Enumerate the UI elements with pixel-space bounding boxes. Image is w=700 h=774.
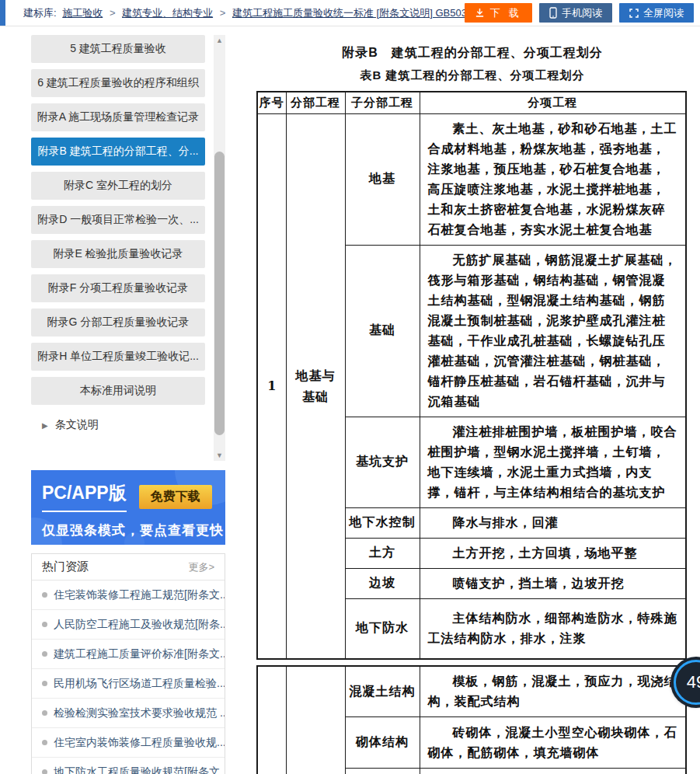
bullet-icon	[42, 681, 47, 686]
row-number-cell	[257, 666, 286, 774]
document-viewer: 附录B 建筑工程的分部工程、分项工程划分 表B 建筑工程的分部工程、分项工程划分…	[256, 35, 688, 774]
sidebar-item-label: 条文说明	[55, 418, 99, 432]
hot-item-label: 人民防空工程施工及验收规范[附条...	[54, 618, 225, 632]
breadcrumb: 建标库: 施工验收 > 建筑专业、结构专业 > 建筑工程施工质量验收统一标准 […	[23, 6, 465, 20]
hot-item-label: 建筑工程施工质量评价标准[附条文...	[54, 647, 225, 661]
division-table-page1: 序号 分部工程 子分部工程 分项工程 1 地基与基础 地基 素土、灰土地基，砂和…	[256, 91, 687, 660]
phone-icon	[549, 7, 557, 19]
hot-resource-item[interactable]: 检验检测实验室技术要求验收规范 ...	[32, 699, 225, 728]
fullscreen-read-label: 全屏阅读	[643, 6, 684, 20]
sidebar-item-explanations[interactable]: ▶ 条文说明	[31, 411, 205, 439]
banner-subtitle: 仅显强条模式，要点查看更快	[42, 521, 225, 539]
bullet-icon	[42, 740, 47, 745]
mobile-read-button[interactable]: 手机阅读	[539, 3, 612, 23]
sidebar-item-appendix-g[interactable]: 附录G 分部工程质量验收记录	[31, 309, 205, 336]
items-cell: 降水与排水，回灌	[420, 507, 686, 538]
breadcrumb-link-1[interactable]: 施工验收	[62, 7, 103, 19]
download-button[interactable]: 下 载	[465, 3, 532, 23]
app-promo-banner[interactable]: PC/APP版 免费下载 仅显强条模式，要点查看更快	[31, 470, 225, 545]
items-cell: 钢结构焊接，紧固件连接，钢零部件加工，钢构件组装及预拼装，单层钢结构安装，多层及…	[420, 769, 686, 774]
bullet-icon	[42, 710, 47, 716]
toolbar-buttons: 下 载 手机阅读 全屏阅读	[465, 3, 694, 23]
items-cell: 主体结构防水，细部构造防水，特殊施工法结构防水，排水，注浆	[420, 598, 686, 659]
items-cell: 砖砌体，混凝土小型空心砌块砌体，石砌体，配筋砌体，填充墙砌体	[420, 717, 686, 769]
hot-item-label: 民用机场飞行区场道工程质量检验...	[54, 677, 225, 691]
sidebar-item-appendix-b[interactable]: 附录B 建筑工程的分部工程、分...	[31, 138, 205, 166]
page-number-label: 49	[687, 672, 700, 692]
sidebar-item-appendix-d[interactable]: 附录D 一般项目正常检验一次、...	[31, 206, 205, 234]
division-cell	[286, 666, 345, 774]
table-row: 混凝土结构 模板，钢筋，混凝土，预应力，现浇结构，装配式结构	[257, 666, 686, 717]
sidebar-item-appendix-c[interactable]: 附录C 室外工程的划分	[31, 172, 205, 200]
bullet-icon	[42, 769, 47, 774]
subdivision-cell: 基坑支护	[345, 417, 420, 507]
scroll-down-icon[interactable]: ▼	[214, 450, 225, 461]
sidebar-scrollbar[interactable]: ▲ ▼	[214, 35, 225, 461]
hot-resource-item[interactable]: 住宅室内装饰装修工程质量验收规...	[32, 728, 225, 758]
sidebar-item-appendix-a[interactable]: 附录A 施工现场质量管理检查记录	[31, 103, 205, 131]
col-header-items: 分项工程	[420, 92, 686, 113]
hot-item-label: 住宅装饰装修工程施工规范[附条文...	[54, 588, 225, 602]
subdivision-cell: 混凝土结构	[345, 666, 420, 717]
sidebar-item-ch5[interactable]: 5 建筑工程质量验收	[31, 35, 205, 63]
division-table-page2: 混凝土结构 模板，钢筋，混凝土，预应力，现浇结构，装配式结构 砌体结构 砖砌体，…	[256, 665, 687, 774]
fullscreen-icon	[629, 9, 639, 18]
subdivision-cell: 钢结构	[345, 769, 420, 774]
hot-resource-item[interactable]: 住宅装饰装修工程施工规范[附条文...	[32, 580, 225, 610]
items-cell: 灌注桩排桩围护墙，板桩围护墙，咬合桩围护墙，型钢水泥土搅拌墙，土钉墙，地下连续墙…	[420, 417, 686, 507]
items-cell: 素土、灰土地基，砂和砂石地基，土工合成材料地基，粉煤灰地基，强夯地基，注浆地基，…	[420, 113, 686, 245]
subdivision-cell: 砌体结构	[345, 717, 420, 769]
site-label: 建标库:	[23, 7, 57, 19]
subdivision-cell: 地下防水	[345, 598, 420, 659]
scroll-up-icon[interactable]: ▲	[214, 35, 225, 46]
division-label: 地基与基础	[294, 365, 336, 407]
fullscreen-read-button[interactable]: 全屏阅读	[619, 3, 694, 23]
hot-resource-item[interactable]: 民用机场飞行区场道工程质量检验...	[32, 669, 225, 699]
mobile-read-label: 手机阅读	[562, 6, 602, 20]
breadcrumb-link-2[interactable]: 建筑专业、结构专业	[122, 7, 213, 19]
col-header-division: 分部工程	[286, 92, 345, 113]
hot-resources-panel: 热门资源 更多> 住宅装饰装修工程施工规范[附条文... 人民防空工程施工及验收…	[31, 553, 225, 774]
bullet-icon	[42, 622, 47, 627]
scrollbar-thumb[interactable]	[214, 152, 225, 435]
hot-item-label: 地下防水工程质量验收规范[附条文...	[54, 765, 225, 774]
top-toolbar: 建标库: 施工验收 > 建筑专业、结构专业 > 建筑工程施工质量验收统一标准 […	[0, 0, 700, 26]
items-cell: 喷锚支护，挡土墙，边坡开挖	[420, 568, 686, 598]
table-row: 1 地基与基础 地基 素土、灰土地基，砂和砂石地基，土工合成材料地基，粉煤灰地基…	[257, 113, 686, 245]
subdivision-cell: 土方	[345, 538, 420, 568]
hot-resource-item[interactable]: 建筑工程施工质量评价标准[附条文...	[32, 640, 225, 669]
download-label: 下 载	[489, 6, 522, 20]
page-break-gap	[256, 660, 688, 665]
items-cell: 土方开挖，土方回填，场地平整	[420, 538, 686, 568]
hot-resources-title: 热门资源	[42, 560, 89, 574]
sidebar-item-ch6[interactable]: 6 建筑工程质量验收的程序和组织	[31, 69, 205, 97]
triangle-right-icon: ▶	[42, 421, 48, 430]
bullet-icon	[42, 651, 47, 657]
division-cell: 地基与基础	[286, 113, 345, 659]
sidebar-item-appendix-h[interactable]: 附录H 单位工程质量竣工验收记...	[31, 343, 205, 371]
appendix-title: 附录B 建筑工程的分部工程、分项工程划分	[256, 45, 688, 61]
hot-item-label: 检验检测实验室技术要求验收规范 ...	[54, 706, 225, 720]
subdivision-cell: 边坡	[345, 568, 420, 598]
left-accent-bar	[0, 0, 5, 26]
hot-resource-item[interactable]: 人民防空工程施工及验收规范[附条...	[32, 610, 225, 640]
more-link[interactable]: 更多>	[188, 560, 214, 574]
subdivision-cell: 地基	[345, 113, 420, 245]
sidebar-item-terms[interactable]: 本标准用词说明	[31, 377, 205, 405]
subdivision-cell: 地下水控制	[345, 507, 420, 538]
sidebar-item-appendix-e[interactable]: 附录E 检验批质量验收记录	[31, 240, 205, 268]
items-cell: 模板，钢筋，混凝土，预应力，现浇结构，装配式结构	[420, 666, 686, 717]
download-icon	[475, 8, 485, 18]
free-download-button[interactable]: 免费下载	[139, 485, 212, 509]
items-cell: 无筋扩展基础，钢筋混凝土扩展基础，筏形与箱形基础，钢结构基础，钢管混凝土结构基础…	[420, 245, 686, 417]
hot-item-label: 住宅室内装饰装修工程质量验收规...	[54, 736, 225, 750]
col-header-subdivision: 子分部工程	[345, 92, 420, 113]
hot-resource-item[interactable]: 地下防水工程质量验收规范[附条文...	[32, 758, 225, 774]
breadcrumb-link-3[interactable]: 建筑工程施工质量验收统一标准 [附条文说明] GB50300-20...	[232, 7, 465, 19]
table-title: 表B 建筑工程的分部工程、分项工程划分	[256, 68, 688, 83]
row-number-cell: 1	[257, 113, 286, 659]
col-header-no: 序号	[257, 92, 286, 113]
sidebar-item-appendix-f[interactable]: 附录F 分项工程质量验收记录	[31, 274, 205, 302]
breadcrumb-separator: >	[110, 7, 116, 19]
subdivision-cell: 基础	[345, 245, 420, 417]
